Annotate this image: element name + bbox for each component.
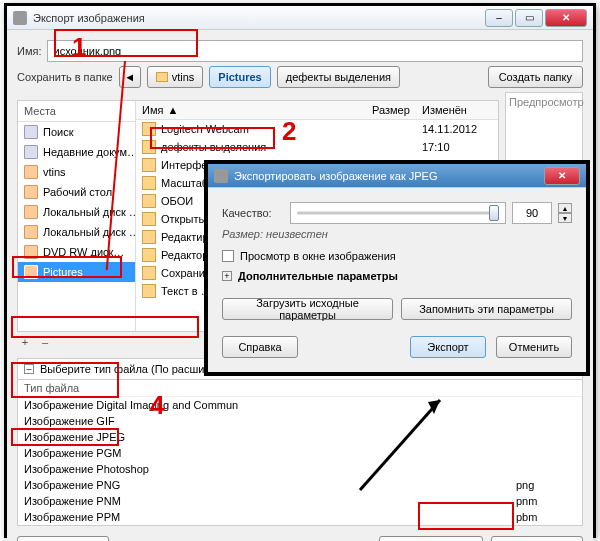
modal-title: Экспортировать изображение как JPEG xyxy=(234,170,544,182)
folder-icon xyxy=(24,225,38,239)
place-label: Рабочий стол xyxy=(43,186,112,198)
col-size[interactable]: Размер xyxy=(372,104,422,116)
modal-help-button[interactable]: Справка xyxy=(222,336,298,358)
place-item[interactable]: DVD RW диск… xyxy=(18,242,135,262)
file-date: 14.11.2012 xyxy=(422,123,492,135)
preview-label: Предпросмотр xyxy=(509,96,579,108)
quality-value-input[interactable] xyxy=(512,202,552,224)
folder-icon xyxy=(24,185,38,199)
filetype-ext: pnm xyxy=(516,495,576,507)
file-item[interactable]: дефекты выделения17:10 xyxy=(136,138,498,156)
jpeg-options-dialog: Экспортировать изображение как JPEG ✕ Ка… xyxy=(204,160,590,376)
modal-export-button[interactable]: Экспорт xyxy=(410,336,486,358)
filetype-item[interactable]: Изображение PNMpnm xyxy=(18,493,582,509)
folder-icon xyxy=(24,145,38,159)
folder-icon xyxy=(142,194,156,208)
filetype-item[interactable]: Изображение Photoshop xyxy=(18,461,582,477)
path-segment[interactable]: дефекты выделения xyxy=(277,66,400,88)
slider-thumb[interactable] xyxy=(489,205,499,221)
filetype-name: Изображение Digital Imaging and Commun xyxy=(24,399,516,411)
filetype-ext xyxy=(516,463,576,475)
col-name[interactable]: Имя▲ xyxy=(142,104,372,116)
place-label: DVD RW диск… xyxy=(43,246,124,258)
place-label: Локальный диск … xyxy=(43,206,135,218)
modal-close-button[interactable]: ✕ xyxy=(544,167,580,185)
folder-icon xyxy=(142,230,156,244)
save-in-label: Сохранить в папке xyxy=(17,71,113,83)
folder-icon xyxy=(142,248,156,262)
place-item[interactable]: Локальный диск … xyxy=(18,222,135,242)
expander-toggle-icon: – xyxy=(24,364,34,374)
filename-input[interactable] xyxy=(47,40,583,62)
place-item[interactable]: Локальный диск … xyxy=(18,202,135,222)
quality-slider[interactable] xyxy=(290,202,506,224)
filetype-item[interactable]: Изображение JPEG xyxy=(18,429,582,445)
filetype-ext: png xyxy=(516,479,576,491)
filetype-item[interactable]: Изображение PNGpng xyxy=(18,477,582,493)
place-item[interactable]: Рабочий стол xyxy=(18,182,135,202)
more-params-toggle-icon[interactable]: + xyxy=(222,271,232,281)
more-params-label[interactable]: Дополнительные параметры xyxy=(238,270,398,282)
folder-icon xyxy=(24,125,38,139)
add-place-button[interactable]: + xyxy=(17,336,33,348)
folder-icon xyxy=(24,265,38,279)
place-label: vtins xyxy=(43,166,66,178)
filename-label: Имя: xyxy=(17,45,41,57)
places-header: Места xyxy=(18,101,135,122)
folder-icon xyxy=(142,176,156,190)
file-item[interactable]: Logitech Webcam14.11.2012 xyxy=(136,120,498,138)
place-item[interactable]: vtins xyxy=(18,162,135,182)
col-date[interactable]: Изменён xyxy=(422,104,492,116)
filetype-item[interactable]: Изображение PGM xyxy=(18,445,582,461)
folder-icon xyxy=(142,212,156,226)
path-segment-current[interactable]: Pictures xyxy=(209,66,270,88)
cancel-button[interactable]: Отменить xyxy=(491,536,583,541)
folder-icon xyxy=(142,122,156,136)
modal-cancel-button[interactable]: Отменить xyxy=(496,336,572,358)
folder-icon xyxy=(24,165,38,179)
folder-icon xyxy=(142,158,156,172)
path-segment[interactable]: vtins xyxy=(147,66,204,88)
titlebar[interactable]: Экспорт изображения – ▭ ✕ xyxy=(7,6,593,30)
sort-asc-icon: ▲ xyxy=(167,104,178,116)
filetype-item[interactable]: Изображение GIF xyxy=(18,413,582,429)
places-panel: Места ПоискНедавние докум…vtinsРабочий с… xyxy=(18,101,136,331)
filetype-name: Изображение Photoshop xyxy=(24,463,516,475)
save-defaults-button[interactable]: Запомнить эти параметры xyxy=(401,298,572,320)
place-item[interactable]: Поиск xyxy=(18,122,135,142)
filetype-ext xyxy=(516,431,576,443)
export-button[interactable]: Экспортировать xyxy=(379,536,483,541)
folder-icon xyxy=(142,140,156,154)
folder-icon xyxy=(24,245,38,259)
file-list-header[interactable]: Имя▲ Размер Изменён xyxy=(136,101,498,120)
spin-up-button[interactable]: ▲ xyxy=(558,203,572,213)
filetype-item[interactable]: Изображение Digital Imaging and Commun xyxy=(18,397,582,413)
path-back-button[interactable]: ◄ xyxy=(119,66,141,88)
preview-checkbox[interactable] xyxy=(222,250,234,262)
filetype-ext xyxy=(516,399,576,411)
folder-icon xyxy=(142,284,156,298)
filetype-name: Изображение JPEG xyxy=(24,431,516,443)
filetype-ext: pbm xyxy=(516,511,576,523)
filetype-ext xyxy=(516,447,576,459)
filetype-name: Изображение PNM xyxy=(24,495,516,507)
quality-label: Качество: xyxy=(222,207,284,219)
type-header-name: Тип файла xyxy=(24,382,576,394)
filetype-item[interactable]: Изображение PPMpbm xyxy=(18,509,582,525)
create-folder-button[interactable]: Создать папку xyxy=(488,66,583,88)
place-item[interactable]: Pictures xyxy=(18,262,135,282)
modal-titlebar[interactable]: Экспортировать изображение как JPEG ✕ xyxy=(208,164,586,188)
help-button[interactable]: Справка xyxy=(17,536,109,541)
remove-place-button[interactable]: – xyxy=(37,336,53,348)
folder-icon xyxy=(24,205,38,219)
load-defaults-button[interactable]: Загрузить исходные параметры xyxy=(222,298,393,320)
place-item[interactable]: Недавние докум… xyxy=(18,142,135,162)
app-icon xyxy=(13,11,27,25)
spin-down-button[interactable]: ▼ xyxy=(558,213,572,223)
close-button[interactable]: ✕ xyxy=(545,9,587,27)
maximize-button[interactable]: ▭ xyxy=(515,9,543,27)
minimize-button[interactable]: – xyxy=(485,9,513,27)
filesize-label: Размер: неизвестен xyxy=(222,228,328,240)
filetype-name: Изображение GIF xyxy=(24,415,516,427)
filetype-name: Изображение PPM xyxy=(24,511,516,523)
